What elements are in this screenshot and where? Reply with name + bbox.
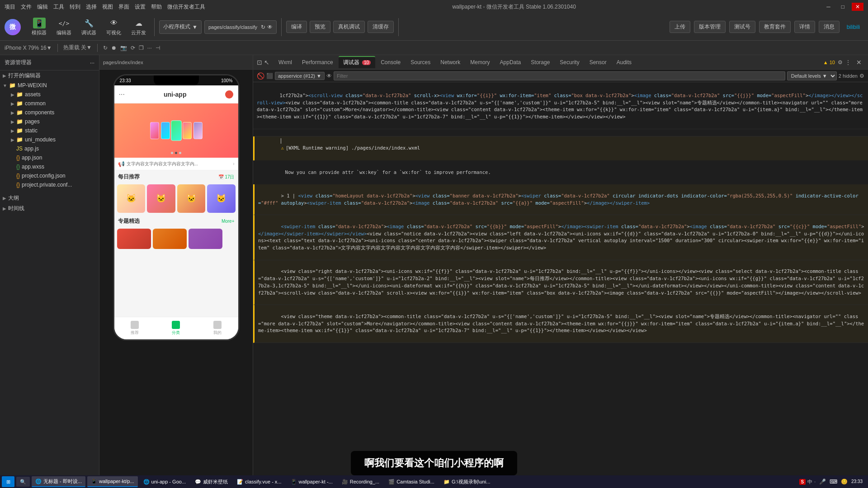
- pages-folder[interactable]: ▶ 📁 pages: [0, 117, 99, 126]
- compile-button[interactable]: 编译: [286, 21, 307, 33]
- menu-item-wechat[interactable]: 微信开发者工具: [167, 3, 205, 11]
- devtools-close-button[interactable]: ✕: [854, 58, 864, 67]
- common-folder[interactable]: ▶ 📁 common: [0, 99, 99, 108]
- visual-button[interactable]: 👁 可视化: [103, 16, 125, 38]
- filter-icon[interactable]: ⬛: [266, 73, 273, 79]
- menu-item-project[interactable]: 项目: [5, 3, 15, 11]
- emoji-icon[interactable]: 😊: [841, 479, 848, 485]
- static-folder[interactable]: ▶ 📁 static: [0, 126, 99, 135]
- tab-sensor[interactable]: Sensor: [585, 57, 611, 67]
- cat-item-2[interactable]: 🐱: [147, 184, 175, 213]
- refresh-btn[interactable]: ↻: [103, 45, 108, 51]
- more-button[interactable]: More+: [222, 219, 235, 224]
- clear-cache-button[interactable]: 清缓存: [368, 21, 394, 33]
- appservice-selector[interactable]: appservice (#12) ▼: [275, 72, 325, 80]
- settings-icon2[interactable]: ⚙: [859, 73, 864, 79]
- window-controls[interactable]: ─ □ ✕: [823, 3, 863, 11]
- taskbar-item-wechat[interactable]: 💬 威虾米壁纸: [191, 476, 231, 487]
- ime-lang[interactable]: 中: [807, 479, 812, 485]
- open-editors-item[interactable]: ▶ 打开的编辑器: [0, 70, 99, 81]
- settings-gear-icon[interactable]: ⚙: [838, 59, 843, 66]
- taskbar-item-folder[interactable]: 📁 G:\视频录制\uni...: [440, 476, 494, 487]
- menu-item-interface[interactable]: 界面: [118, 3, 129, 11]
- start-button[interactable]: ⊞: [2, 476, 14, 487]
- tab-mine[interactable]: 我的: [197, 321, 238, 336]
- menu-item-view[interactable]: 视图: [102, 3, 113, 11]
- tab-sources[interactable]: Sources: [406, 57, 435, 67]
- device-selector[interactable]: iPhone X 79% 16▼: [5, 45, 52, 51]
- phone-screen-content[interactable]: ··· uni-app: [114, 85, 238, 339]
- nav-dots[interactable]: ···: [119, 90, 125, 99]
- project-config-file[interactable]: {} project.config.json: [0, 171, 99, 180]
- tab-console2[interactable]: Console: [376, 57, 405, 67]
- menu-item-settings[interactable]: 设置: [135, 3, 146, 11]
- tab-audits[interactable]: Audits: [612, 57, 636, 67]
- menu-item-help[interactable]: 帮助: [151, 3, 162, 11]
- tab-network[interactable]: Network: [436, 57, 465, 67]
- message-button[interactable]: 消息: [819, 21, 840, 33]
- assets-folder[interactable]: ▶ 📁 assets: [0, 90, 99, 99]
- tab-performance[interactable]: Performance: [297, 57, 338, 67]
- taskbar-item-browser1[interactable]: 🌐 无标题 - 即时设...: [32, 476, 85, 487]
- phone-announcement[interactable]: 📢 文字内容文字内容文字内容文字内... ›: [114, 158, 238, 170]
- tab-memory[interactable]: Memory: [466, 57, 494, 67]
- uni-modules-folder[interactable]: ▶ 📁 uni_modules: [0, 135, 99, 144]
- file-tree-more[interactable]: ···: [90, 60, 94, 66]
- special-card-1[interactable]: [117, 229, 151, 249]
- special-card-3[interactable]: [189, 229, 222, 249]
- menu-item-file[interactable]: 文件: [21, 3, 32, 11]
- tab-console[interactable]: 调试器 10: [339, 56, 375, 68]
- more-btn[interactable]: ···: [147, 45, 152, 51]
- menu-bar[interactable]: 项目 文件 编辑 工具 转到 选择 视图 界面 设置 帮助 微信开发者工具: [5, 3, 205, 11]
- minimize-button[interactable]: ─: [823, 3, 834, 11]
- pointer-icon[interactable]: ↖: [264, 59, 269, 66]
- tab-classify[interactable]: 分类: [156, 321, 197, 336]
- tab-recommend[interactable]: 推荐: [114, 321, 156, 336]
- taskbar-item-recording[interactable]: 🎥 Recording_...: [338, 476, 383, 487]
- taskbar-item-vscode[interactable]: 📝 classify.vue - x...: [233, 476, 285, 487]
- upload-button[interactable]: 上传: [670, 21, 690, 33]
- record-btn[interactable]: ⏺: [111, 45, 117, 51]
- taskbar-item-app2[interactable]: 📱 wallpaper-kt -...: [287, 476, 336, 487]
- page-visible-icon[interactable]: 👁: [267, 24, 273, 30]
- mode-dropdown[interactable]: 小程序模式 ▼: [159, 20, 202, 34]
- real-device-button[interactable]: 真机调试: [333, 21, 365, 33]
- log-level-select[interactable]: Default levels ▼: [787, 71, 837, 80]
- menu-item-tool[interactable]: 工具: [53, 3, 64, 11]
- console-filter-input[interactable]: [334, 71, 785, 80]
- menu-item-goto[interactable]: 转到: [70, 3, 80, 11]
- rotate-btn[interactable]: ⟳: [131, 45, 135, 51]
- tab-security[interactable]: Security: [555, 57, 584, 67]
- split-btn[interactable]: ⊣: [156, 45, 160, 51]
- page-refresh-icon[interactable]: ↻: [261, 24, 265, 30]
- editor-button[interactable]: </> 编辑器: [53, 16, 75, 38]
- components-folder[interactable]: ▶ 📁 components: [0, 108, 99, 117]
- maximize-button[interactable]: □: [838, 3, 848, 11]
- preview-button[interactable]: 预览: [310, 21, 330, 33]
- taskbar-item-camtasia[interactable]: 🎬 Camtasia Studi...: [385, 476, 438, 487]
- ime-mode[interactable]: ·: [814, 479, 816, 484]
- detail-button[interactable]: 详情: [794, 21, 815, 33]
- console-output[interactable]: 1cf27b2a"><scroll-view class="data-v-1cf…: [253, 82, 868, 477]
- search-bar[interactable]: 🔍: [16, 477, 30, 487]
- phone-banner[interactable]: [114, 103, 238, 158]
- menu-item-edit[interactable]: 编辑: [37, 3, 48, 11]
- special-card-2[interactable]: [153, 229, 187, 249]
- tab-wxml[interactable]: Wxml: [274, 57, 297, 67]
- screenshot-btn[interactable]: 📷: [120, 45, 127, 51]
- version-manager-button[interactable]: 版本管理: [694, 21, 726, 33]
- app-wxss-file[interactable]: {} app.wxss: [0, 162, 99, 171]
- taskbar-item-weixin[interactable]: 📱 wallpaper-kt/p...: [87, 476, 138, 487]
- cat-item-1[interactable]: 🐱: [117, 184, 146, 213]
- menu-item-select[interactable]: 选择: [86, 3, 97, 11]
- project-private-file[interactable]: {} project.private.conf...: [0, 180, 99, 189]
- page-path-selector[interactable]: pages/classify/classify ↻ 👁: [204, 20, 277, 34]
- hot-reload-toggle[interactable]: 热重载 关▼: [63, 44, 92, 52]
- app-js-file[interactable]: JS app.js: [0, 144, 99, 153]
- inspect-icon[interactable]: ⊡: [257, 59, 262, 66]
- test-account-button[interactable]: 测试号: [729, 21, 755, 33]
- more-options-icon[interactable]: ⋮: [845, 59, 851, 66]
- outline-folder[interactable]: ▶ 大纲: [0, 193, 99, 203]
- keyboard-icon[interactable]: ⌨: [830, 479, 837, 485]
- eye-filter-icon[interactable]: 👁: [326, 73, 332, 79]
